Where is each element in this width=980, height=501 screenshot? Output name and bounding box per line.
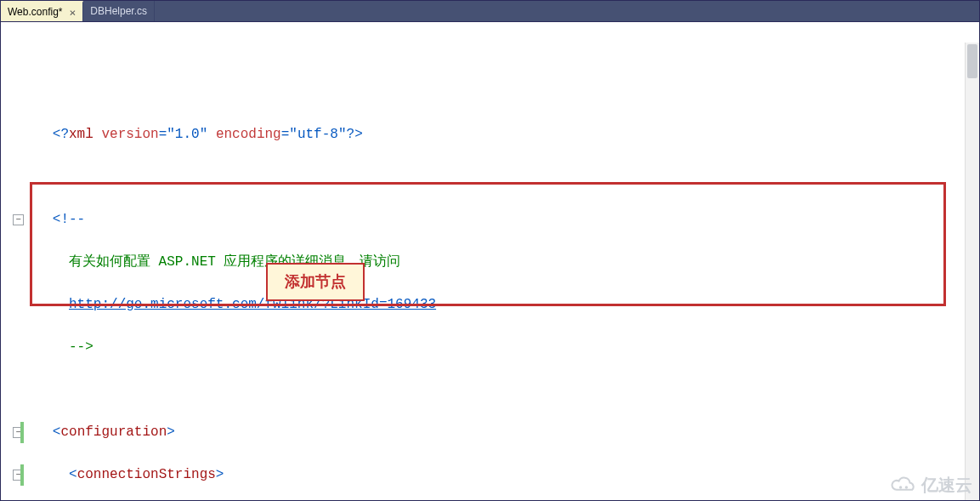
comment-close-line: --> xyxy=(28,337,979,358)
blank xyxy=(28,379,979,401)
comment-close: --> xyxy=(69,339,93,355)
code-area[interactable]: <?xml version="1.0" encoding="utf-8"?> <… xyxy=(28,22,979,501)
watermark: 亿速云 xyxy=(889,474,972,497)
svg-point-0 xyxy=(899,486,902,488)
tab-label: Web.config* xyxy=(8,6,62,18)
gt: > xyxy=(167,424,175,440)
xml-pi-close: ?> xyxy=(347,127,363,142)
close-icon[interactable]: × xyxy=(69,6,76,19)
tag-connectionstrings: connectionStrings xyxy=(77,467,216,482)
tab-label: DBHelper.cs xyxy=(90,5,147,17)
comment-open-line: <!-- xyxy=(28,209,979,231)
attr-version: version xyxy=(101,127,158,142)
configuration-open: <configuration> xyxy=(28,422,979,443)
tab-dbhelper[interactable]: DBHelper.cs xyxy=(83,1,155,21)
annotation-callout-text: 添加节点 xyxy=(285,273,346,290)
vertical-scrollbar[interactable] xyxy=(965,43,979,501)
watermark-text: 亿速云 xyxy=(921,474,972,497)
blank xyxy=(28,167,979,188)
val-version: "1.0" xyxy=(167,127,207,142)
cloud-icon xyxy=(889,476,918,495)
comment-open: <!-- xyxy=(53,212,85,227)
xml-pi-open: <? xyxy=(53,127,69,142)
comment-link-line: http://go.microsoft.com/fwlink/?LinkId=1… xyxy=(28,294,979,316)
tab-web-config[interactable]: Web.config* × xyxy=(1,1,83,21)
xml-pi-name: xml xyxy=(69,127,93,142)
val-encoding: "utf-8" xyxy=(289,127,346,142)
annotation-box xyxy=(30,182,946,306)
attr-encoding: encoding xyxy=(216,127,281,142)
fold-icon[interactable] xyxy=(13,214,24,225)
connectionstrings-open: <connectionStrings> xyxy=(28,464,979,486)
annotation-callout: 添加节点 xyxy=(266,263,365,301)
lt: < xyxy=(69,467,77,482)
svg-point-1 xyxy=(905,486,908,488)
scrollbar-thumb[interactable] xyxy=(967,44,977,78)
comment-text-line: 有关如何配置 ASP.NET 应用程序的详细消息，请访问 xyxy=(28,252,979,273)
xml-declaration: <?xml version="1.0" encoding="utf-8"?> xyxy=(28,124,979,145)
lt: < xyxy=(53,424,61,440)
comment-link[interactable]: http://go.microsoft.com/fwlink/?LinkId=1… xyxy=(69,297,436,312)
tab-strip: Web.config* × DBHelper.cs xyxy=(1,1,979,22)
code-editor[interactable]: <?xml version="1.0" encoding="utf-8"?> <… xyxy=(1,22,979,501)
gt: > xyxy=(216,467,224,482)
tag-configuration: configuration xyxy=(60,424,167,440)
